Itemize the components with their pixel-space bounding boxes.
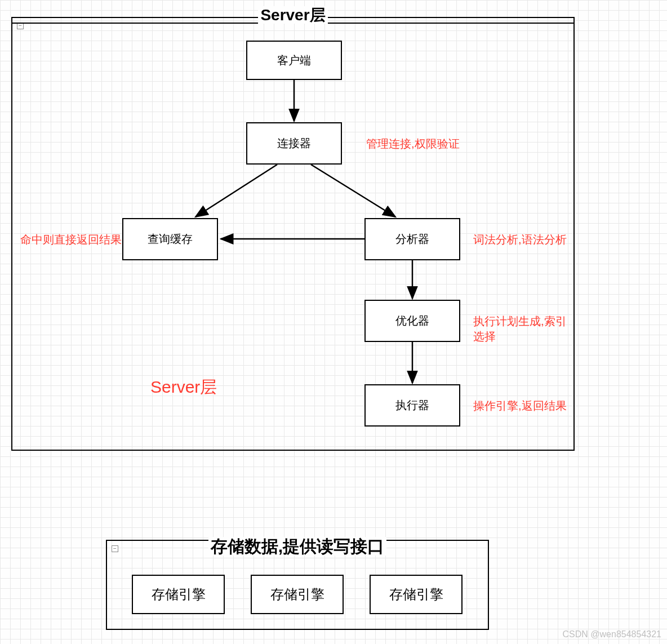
- node-executor: 执行器: [364, 384, 460, 427]
- node-engine-3-label: 存储引擎: [389, 585, 443, 603]
- node-engine-1-label: 存储引擎: [152, 585, 206, 603]
- server-layer-container: − Server层 客户端 连接器 查询缓存 分析器 优化器 执行器 管理连接,…: [11, 17, 575, 451]
- server-title: Server层: [258, 6, 327, 24]
- node-connector: 连接器: [246, 122, 342, 165]
- node-optimizer-label: 优化器: [395, 313, 429, 328]
- node-engine-3: 存储引擎: [370, 575, 463, 614]
- storage-title-bar: 存储数据,提供读写接口: [107, 535, 488, 558]
- annotation-optimizer: 执行计划生成,索引选择: [473, 314, 573, 344]
- node-engine-2-label: 存储引擎: [270, 585, 324, 603]
- node-engine-1: 存储引擎: [132, 575, 225, 614]
- storage-title: 存储数据,提供读写接口: [208, 537, 386, 556]
- node-cache-label: 查询缓存: [148, 232, 193, 247]
- annotation-executor: 操作引擎,返回结果: [473, 398, 567, 414]
- annotation-connector: 管理连接,权限验证: [366, 136, 460, 152]
- node-analyzer: 分析器: [364, 218, 460, 260]
- node-engine-2: 存储引擎: [251, 575, 344, 614]
- node-executor-label: 执行器: [395, 398, 429, 413]
- node-optimizer: 优化器: [364, 300, 460, 342]
- node-analyzer-label: 分析器: [395, 232, 429, 247]
- svg-line-3: [311, 165, 395, 217]
- node-client: 客户端: [246, 41, 342, 80]
- node-cache: 查询缓存: [122, 218, 218, 260]
- node-client-label: 客户端: [277, 53, 311, 68]
- watermark: CSDN @wen854854321: [563, 629, 661, 639]
- server-title-bar: Server层: [12, 7, 573, 24]
- svg-line-2: [195, 165, 277, 217]
- storage-layer-container: − 存储数据,提供读写接口 存储引擎 存储引擎 存储引擎: [106, 540, 489, 630]
- server-big-label: Server层: [150, 376, 217, 399]
- annotation-analyzer: 词法分析,语法分析: [473, 232, 567, 247]
- node-connector-label: 连接器: [277, 136, 311, 151]
- annotation-cache: 命中则直接返回结果: [20, 232, 122, 247]
